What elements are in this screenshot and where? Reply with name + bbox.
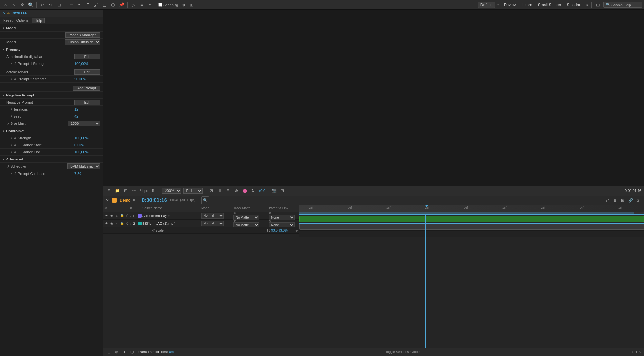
puppet-icon[interactable]: ✦ [147,1,154,8]
layer1-tag-icon[interactable]: ⬡ [125,214,129,218]
options-menu-item[interactable]: Options [16,18,29,23]
layer2-expand-icon[interactable]: ▾ [130,223,131,225]
undo-icon[interactable]: ↩ [39,1,46,8]
prompt2-strength-chevron[interactable]: › [11,78,12,81]
layer2-tag-icon[interactable]: ⬡ [125,221,129,226]
rectangle-tool-icon[interactable]: ▭ [68,1,75,8]
controlnet-chevron[interactable]: ▾ [3,129,4,132]
layer2-eye-icon[interactable]: 👁 [104,221,109,226]
prompt-guidance-chevron[interactable]: › [11,172,12,175]
zoom-select[interactable]: 200% [162,188,181,194]
align-icon[interactable]: ≡ [138,1,145,8]
iterations-value[interactable]: 12 [74,107,100,111]
screen-settings-icon[interactable]: ⊟ [594,1,601,8]
shape-icon[interactable]: ▷ [130,1,137,8]
layer2-lock-icon[interactable]: 🔓 [120,221,124,226]
guidance-start-chevron[interactable]: › [11,143,12,147]
prompt1-edit-btn[interactable]: Edit [74,54,100,59]
refresh-icon[interactable]: ↻ [250,187,256,194]
grid-icon[interactable]: ⊞ [188,1,195,8]
workspace-learn[interactable]: Learn [520,2,534,8]
snapshot-icon[interactable]: 📷 [271,187,277,194]
iterations-chevron[interactable]: › [6,108,7,111]
safe-icon[interactable]: ⊕ [233,187,240,194]
advanced-chevron[interactable]: ▾ [3,158,4,161]
guidance-start-value[interactable]: 0,00% [74,143,100,147]
status-icon4[interactable]: ⬡ [129,349,135,355]
strength-value[interactable]: 100,00% [74,136,100,140]
size-limit-select[interactable]: 1536 512 768 1024 2048 [68,121,100,126]
nav-left-icon[interactable]: ◁ [631,350,634,354]
workspace-standard[interactable]: Standard [565,2,584,8]
stamp-tool-icon[interactable]: ⬡ [109,1,117,8]
grid-tl-icon[interactable]: ⊞ [225,187,231,194]
workspace-review[interactable]: Review [502,2,518,8]
snapping-control[interactable]: Snapping [158,3,178,7]
workspace-smallscreen[interactable]: Small Screen [536,2,563,8]
layer1-eye-icon[interactable]: 👁 [104,214,109,218]
arrow-tool-icon[interactable]: ↖ [10,1,17,8]
pen-tool-icon[interactable]: ✒ [76,1,83,8]
layer1-audio-icon[interactable]: ◉ [109,214,114,218]
prompt1-strength-chevron[interactable]: › [11,62,12,65]
layer2-solo-icon[interactable]: ☆ [115,221,119,226]
status-icon1[interactable]: ⊞ [106,349,112,355]
layer2-mode-select[interactable]: Normal [201,221,224,226]
prompt-guidance-value[interactable]: 7,50 [74,172,100,176]
layer1-lock-icon[interactable]: 🔓 [120,214,124,218]
fit-icon[interactable]: ⊠ [208,187,214,194]
snapping-checkbox[interactable] [158,3,162,7]
strength-chevron[interactable]: › [11,136,12,140]
home-icon[interactable]: ⌂ [2,1,9,8]
status-icon3[interactable]: ♦ [121,349,128,355]
magnet-icon[interactable]: ⊕ [180,1,187,8]
prompt1-strength-value[interactable]: 100,00% [74,62,100,66]
hand-tool-icon[interactable]: ✥ [19,1,26,8]
redo-icon[interactable]: ↪ [47,1,54,8]
more-workspaces-icon[interactable]: » [586,3,588,7]
erase-tool-icon[interactable]: ◻ [101,1,108,8]
layer1-expand-icon[interactable]: › [130,215,131,218]
help-btn[interactable]: Help [32,18,45,23]
brush-tool-icon[interactable]: 🖌 [93,1,100,8]
timeline-close-btn[interactable]: ✕ [106,198,109,203]
layer1-mode-select[interactable]: Normal [201,213,224,219]
layer-panel-icon[interactable]: ⊞ [106,187,112,194]
prompt2-edit-btn[interactable]: Edit [74,69,100,75]
zoom-tool-icon[interactable]: 🔍 [27,1,34,8]
toggle-modes-label[interactable]: Toggle Switches / Modes [385,350,421,354]
tl-icon4[interactable]: 🔗 [627,197,634,204]
brush-tl-icon[interactable]: ✏ [131,187,137,194]
expand-icon[interactable]: ⊡ [56,1,63,8]
tl-icon1[interactable]: ⇄ [604,197,611,204]
scale-value[interactable]: 93,0,93,0% [271,229,288,232]
prompt2-strength-value[interactable]: 50,00% [74,77,100,81]
nav-right-icon[interactable]: ▷ [639,350,641,354]
search-help-box[interactable]: 🔍 Search Help [603,2,642,8]
tl-icon5[interactable]: ⊡ [635,197,641,204]
scheduler-select[interactable]: DPM Multistep DDIM Euler [67,163,100,169]
reset-menu-item[interactable]: Reset [3,18,13,23]
model-select[interactable]: Illusion Diffusion [65,39,100,45]
trash-icon[interactable]: 🗑 [150,187,156,194]
text-tool-icon[interactable]: T [84,1,91,8]
models-manager-btn[interactable]: Models Manager [65,32,100,38]
search-layers-btn[interactable]: 🔍 [201,196,209,204]
guidance-end-chevron[interactable]: › [11,151,12,154]
folder-icon[interactable]: 📁 [114,187,120,194]
tl-icon3[interactable]: ⊞ [620,197,626,204]
seed-chevron[interactable]: › [6,115,7,118]
neg-prompt-edit-btn[interactable]: Edit [74,100,100,105]
layer2-audio-icon[interactable]: ◉ [109,221,114,226]
seed-value[interactable]: 42 [74,114,100,118]
screen-icon[interactable]: 🖥 [216,187,223,194]
neg-prompt-chevron[interactable]: ▾ [3,94,4,97]
pin-tool-icon[interactable]: 📌 [118,1,125,8]
status-icon2[interactable]: ⊕ [113,349,120,355]
snapshot2-icon[interactable]: ⊡ [279,187,286,194]
workspace-default[interactable]: Default [478,2,495,8]
add-prompt-btn[interactable]: Add Prompt [73,86,100,91]
tl-icon2[interactable]: ⊕ [612,197,618,204]
render-icon[interactable]: ⊡ [122,187,129,194]
layer1-solo-icon[interactable]: ☆ [115,214,119,218]
